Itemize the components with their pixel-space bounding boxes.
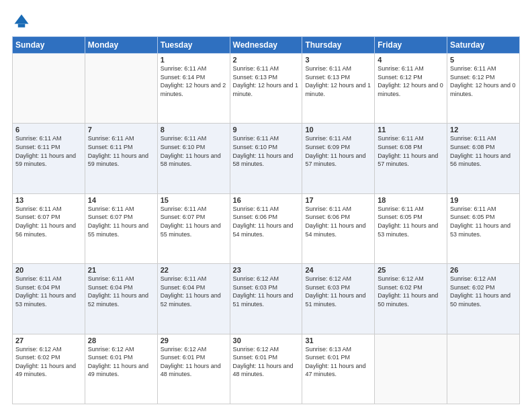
calendar-cell <box>85 54 157 124</box>
day-number: 27 <box>15 336 82 345</box>
day-info: Sunrise: 6:11 AMSunset: 6:12 PMDaylight:… <box>450 64 517 98</box>
day-info: Sunrise: 6:11 AMSunset: 6:11 PMDaylight:… <box>88 134 154 168</box>
svg-marker-0 <box>15 15 29 24</box>
day-info: Sunrise: 6:11 AMSunset: 6:06 PMDaylight:… <box>305 205 371 238</box>
calendar-cell: 1Sunrise: 6:11 AMSunset: 6:14 PMDaylight… <box>157 54 230 124</box>
day-info: Sunrise: 6:11 AMSunset: 6:10 PMDaylight:… <box>233 134 300 168</box>
day-number: 28 <box>88 336 154 345</box>
calendar-page: SundayMondayTuesdayWednesdayThursdayFrid… <box>0 0 532 411</box>
day-info: Sunrise: 6:12 AMSunset: 6:02 PMDaylight:… <box>15 345 82 379</box>
calendar-cell: 12Sunrise: 6:11 AMSunset: 6:08 PMDayligh… <box>447 124 520 193</box>
day-number: 15 <box>161 196 227 204</box>
calendar-cell: 14Sunrise: 6:11 AMSunset: 6:07 PMDayligh… <box>85 193 157 263</box>
calendar-cell: 26Sunrise: 6:12 AMSunset: 6:02 PMDayligh… <box>447 264 520 334</box>
day-info: Sunrise: 6:11 AMSunset: 6:13 PMDaylight:… <box>305 64 371 98</box>
header-day: Thursday <box>302 37 375 54</box>
day-number: 26 <box>450 266 517 274</box>
day-number: 22 <box>161 266 227 274</box>
day-number: 5 <box>450 56 517 64</box>
calendar-week-row: 1Sunrise: 6:11 AMSunset: 6:14 PMDaylight… <box>13 54 520 124</box>
calendar-cell: 10Sunrise: 6:11 AMSunset: 6:09 PMDayligh… <box>302 124 375 193</box>
calendar-cell: 17Sunrise: 6:11 AMSunset: 6:06 PMDayligh… <box>302 193 375 263</box>
day-number: 20 <box>15 266 82 274</box>
calendar-cell: 27Sunrise: 6:12 AMSunset: 6:02 PMDayligh… <box>13 334 85 404</box>
day-number: 8 <box>161 126 227 134</box>
calendar-cell <box>13 54 85 124</box>
calendar-cell: 24Sunrise: 6:12 AMSunset: 6:03 PMDayligh… <box>302 264 375 334</box>
day-info: Sunrise: 6:11 AMSunset: 6:04 PMDaylight:… <box>88 275 154 308</box>
day-number: 23 <box>233 266 300 274</box>
day-number: 12 <box>450 126 517 134</box>
day-number: 13 <box>15 196 82 204</box>
day-number: 11 <box>378 126 444 134</box>
calendar-cell: 22Sunrise: 6:11 AMSunset: 6:04 PMDayligh… <box>157 264 230 334</box>
day-info: Sunrise: 6:12 AMSunset: 6:03 PMDaylight:… <box>233 275 300 308</box>
calendar-cell: 28Sunrise: 6:12 AMSunset: 6:01 PMDayligh… <box>85 334 157 404</box>
header-day: Monday <box>85 37 157 54</box>
calendar-cell: 6Sunrise: 6:11 AMSunset: 6:11 PMDaylight… <box>13 124 85 193</box>
day-info: Sunrise: 6:12 AMSunset: 6:01 PMDaylight:… <box>88 345 154 379</box>
calendar-cell: 3Sunrise: 6:11 AMSunset: 6:13 PMDaylight… <box>302 54 375 124</box>
calendar-table: SundayMondayTuesdayWednesdayThursdayFrid… <box>12 36 520 404</box>
calendar-cell: 19Sunrise: 6:11 AMSunset: 6:05 PMDayligh… <box>447 193 520 263</box>
calendar-cell: 8Sunrise: 6:11 AMSunset: 6:10 PMDaylight… <box>157 124 230 193</box>
day-info: Sunrise: 6:12 AMSunset: 6:02 PMDaylight:… <box>378 275 444 308</box>
day-info: Sunrise: 6:12 AMSunset: 6:01 PMDaylight:… <box>161 345 227 379</box>
calendar-cell <box>375 334 447 404</box>
header-row: SundayMondayTuesdayWednesdayThursdayFrid… <box>13 37 520 54</box>
day-number: 18 <box>378 196 444 204</box>
header-day: Wednesday <box>230 37 302 54</box>
day-number: 4 <box>378 56 444 64</box>
day-number: 9 <box>233 126 300 134</box>
day-info: Sunrise: 6:11 AMSunset: 6:05 PMDaylight:… <box>378 205 444 238</box>
header-day: Tuesday <box>157 37 230 54</box>
svg-rect-1 <box>18 24 26 28</box>
day-info: Sunrise: 6:11 AMSunset: 6:05 PMDaylight:… <box>450 205 517 238</box>
calendar-cell: 31Sunrise: 6:13 AMSunset: 6:01 PMDayligh… <box>302 334 375 404</box>
day-number: 29 <box>161 336 227 345</box>
calendar-cell: 7Sunrise: 6:11 AMSunset: 6:11 PMDaylight… <box>85 124 157 193</box>
day-info: Sunrise: 6:12 AMSunset: 6:02 PMDaylight:… <box>450 275 517 308</box>
day-number: 25 <box>378 266 444 274</box>
day-info: Sunrise: 6:11 AMSunset: 6:10 PMDaylight:… <box>161 134 227 168</box>
day-info: Sunrise: 6:11 AMSunset: 6:08 PMDaylight:… <box>378 134 444 168</box>
calendar-cell: 30Sunrise: 6:12 AMSunset: 6:01 PMDayligh… <box>230 334 302 404</box>
day-info: Sunrise: 6:11 AMSunset: 6:06 PMDaylight:… <box>233 205 300 238</box>
logo <box>12 12 34 31</box>
header-day: Friday <box>375 37 447 54</box>
day-number: 2 <box>233 56 300 64</box>
calendar-week-row: 20Sunrise: 6:11 AMSunset: 6:04 PMDayligh… <box>13 264 520 334</box>
calendar-cell: 20Sunrise: 6:11 AMSunset: 6:04 PMDayligh… <box>13 264 85 334</box>
calendar-cell: 25Sunrise: 6:12 AMSunset: 6:02 PMDayligh… <box>375 264 447 334</box>
day-number: 21 <box>88 266 154 274</box>
calendar-cell: 4Sunrise: 6:11 AMSunset: 6:12 PMDaylight… <box>375 54 447 124</box>
day-info: Sunrise: 6:11 AMSunset: 6:07 PMDaylight:… <box>161 205 227 238</box>
day-info: Sunrise: 6:11 AMSunset: 6:07 PMDaylight:… <box>88 205 154 238</box>
day-number: 6 <box>15 126 82 134</box>
day-info: Sunrise: 6:11 AMSunset: 6:04 PMDaylight:… <box>161 275 227 308</box>
day-info: Sunrise: 6:13 AMSunset: 6:01 PMDaylight:… <box>305 345 371 379</box>
top-section <box>12 12 520 31</box>
calendar-cell: 13Sunrise: 6:11 AMSunset: 6:07 PMDayligh… <box>13 193 85 263</box>
day-info: Sunrise: 6:11 AMSunset: 6:14 PMDaylight:… <box>161 64 227 98</box>
day-info: Sunrise: 6:11 AMSunset: 6:11 PMDaylight:… <box>15 134 82 168</box>
day-info: Sunrise: 6:11 AMSunset: 6:04 PMDaylight:… <box>15 275 82 308</box>
calendar-cell: 21Sunrise: 6:11 AMSunset: 6:04 PMDayligh… <box>85 264 157 334</box>
day-number: 16 <box>233 196 300 204</box>
calendar-week-row: 6Sunrise: 6:11 AMSunset: 6:11 PMDaylight… <box>13 124 520 193</box>
day-number: 24 <box>305 266 371 274</box>
day-info: Sunrise: 6:11 AMSunset: 6:07 PMDaylight:… <box>15 205 82 238</box>
day-number: 10 <box>305 126 371 134</box>
day-info: Sunrise: 6:12 AMSunset: 6:03 PMDaylight:… <box>305 275 371 308</box>
calendar-cell: 11Sunrise: 6:11 AMSunset: 6:08 PMDayligh… <box>375 124 447 193</box>
calendar-week-row: 13Sunrise: 6:11 AMSunset: 6:07 PMDayligh… <box>13 193 520 263</box>
header-day: Saturday <box>447 37 520 54</box>
day-number: 17 <box>305 196 371 204</box>
calendar-cell: 5Sunrise: 6:11 AMSunset: 6:12 PMDaylight… <box>447 54 520 124</box>
calendar-cell: 18Sunrise: 6:11 AMSunset: 6:05 PMDayligh… <box>375 193 447 263</box>
day-number: 3 <box>305 56 371 64</box>
day-number: 30 <box>233 336 300 345</box>
day-number: 1 <box>161 56 227 64</box>
day-number: 7 <box>88 126 154 134</box>
calendar-cell: 29Sunrise: 6:12 AMSunset: 6:01 PMDayligh… <box>157 334 230 404</box>
